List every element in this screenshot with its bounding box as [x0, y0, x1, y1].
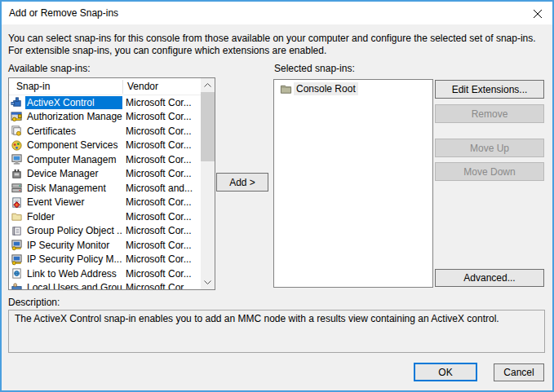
- snapin-vendor: Microsoft Cor...: [122, 268, 192, 280]
- snapin-vendor: Microsoft Cor...: [122, 111, 192, 122]
- snapin-name: Authorization Manager: [25, 110, 122, 123]
- snapin-name: ActiveX Control: [25, 96, 122, 109]
- snapin-vendor: Microsoft Cor...: [122, 211, 192, 222]
- edit-extensions-button[interactable]: Edit Extensions...: [435, 80, 544, 99]
- remove-button[interactable]: Remove: [435, 104, 544, 123]
- column-header-snapin[interactable]: Snap-in: [16, 81, 50, 92]
- scroll-down-icon[interactable]: [201, 275, 215, 289]
- ip-security-monitor-icon: [11, 239, 23, 251]
- snapin-vendor: Microsoft Cor...: [122, 97, 192, 108]
- list-item[interactable]: IP Security Policy M...Microsoft Cor...: [9, 253, 201, 267]
- selected-snapins-list: Console Root: [273, 79, 433, 288]
- scrollbar[interactable]: [201, 78, 215, 289]
- list-item[interactable]: Computer ManagemMicrosoft Cor...: [9, 152, 201, 167]
- snapin-vendor: Microsoft Cor...: [122, 240, 192, 251]
- snapin-vendor: Microsoft Cor...: [122, 126, 192, 137]
- available-snapins-label: Available snap-ins:: [8, 63, 91, 74]
- group-policy-icon: [11, 225, 23, 237]
- console-root-folder-icon: [280, 83, 292, 95]
- list-item[interactable]: Disk ManagementMicrosoft and...: [9, 181, 201, 196]
- advanced-button[interactable]: Advanced...: [435, 269, 544, 287]
- list-column-header: Snap-in Vendor: [9, 78, 201, 95]
- console-root-item[interactable]: Console Root: [274, 80, 432, 95]
- add-remove-snapins-dialog: Add or Remove Snap-ins You can select sn…: [0, 0, 554, 392]
- list-item[interactable]: Device ManagerMicrosoft Cor...: [9, 167, 201, 182]
- snapin-vendor: Microsoft Cor...: [122, 225, 192, 236]
- snapin-name: Folder: [25, 210, 122, 223]
- snapin-name: Device Manager: [25, 167, 122, 180]
- snapin-name: Computer Managem: [25, 153, 122, 166]
- description-label: Description:: [8, 297, 60, 308]
- snapin-name: Group Policy Object ...: [25, 224, 122, 237]
- dialog-title: Add or Remove Snap-ins: [9, 7, 118, 19]
- snapin-name: Component Services: [25, 139, 122, 152]
- list-item[interactable]: FolderMicrosoft Cor...: [9, 209, 201, 224]
- titlebar: Add or Remove Snap-ins: [2, 2, 552, 24]
- snapin-vendor: Microsoft and...: [122, 183, 193, 194]
- snapin-rows: ActiveX ControlMicrosoft Cor...Authoriza…: [9, 95, 201, 289]
- move-up-button[interactable]: Move Up: [435, 139, 544, 157]
- scrollbar-thumb[interactable]: [201, 92, 215, 161]
- snapin-vendor: Microsoft Cor...: [122, 139, 192, 151]
- scroll-up-icon[interactable]: [201, 78, 215, 92]
- snapin-name: Certificates: [25, 125, 122, 138]
- column-header-vendor[interactable]: Vendor: [127, 81, 158, 92]
- local-users-icon: [11, 282, 23, 289]
- list-item[interactable]: Local Users and GrouMicrosoft Cor...: [9, 281, 201, 290]
- close-icon[interactable]: [530, 7, 545, 21]
- link-web-address-icon: [11, 267, 23, 280]
- description-box: The ActiveX Control snap-in enables you …: [8, 310, 545, 353]
- move-down-button[interactable]: Move Down: [435, 162, 544, 181]
- list-item[interactable]: IP Security MonitorMicrosoft Cor...: [9, 238, 201, 253]
- ok-button[interactable]: OK: [414, 363, 477, 381]
- certificates-icon: [11, 125, 23, 137]
- list-item[interactable]: CertificatesMicrosoft Cor...: [9, 124, 201, 139]
- selected-snapins-label: Selected snap-ins:: [274, 63, 355, 74]
- column-divider[interactable]: [122, 80, 123, 94]
- component-services-icon: [11, 139, 23, 152]
- available-snapins-list: Snap-in Vendor ActiveX ControlMicrosoft …: [8, 77, 215, 290]
- cancel-button[interactable]: Cancel: [494, 363, 544, 381]
- list-item[interactable]: Event ViewerMicrosoft Cor...: [9, 196, 201, 210]
- snapin-name: Local Users and Grou: [25, 281, 122, 289]
- description-text: The ActiveX Control snap-in enables you …: [15, 313, 499, 324]
- device-manager-icon: [11, 168, 23, 180]
- snapin-name: Event Viewer: [25, 196, 122, 209]
- list-item[interactable]: Link to Web AddressMicrosoft Cor...: [9, 266, 201, 281]
- authorization-manager-icon: [11, 111, 23, 123]
- snapin-name: Disk Management: [25, 182, 122, 195]
- snapin-vendor: Microsoft Cor...: [122, 154, 192, 165]
- add-button[interactable]: Add >: [216, 173, 268, 192]
- list-item[interactable]: ActiveX ControlMicrosoft Cor...: [9, 95, 201, 110]
- snapin-vendor: Microsoft Cor...: [122, 282, 192, 289]
- snapin-name: IP Security Monitor: [25, 239, 122, 252]
- list-item[interactable]: Component ServicesMicrosoft Cor...: [9, 139, 201, 153]
- event-viewer-icon: [11, 196, 23, 209]
- snapin-vendor: Microsoft Cor...: [122, 253, 192, 265]
- console-root-label: Console Root: [294, 82, 358, 95]
- activex-icon: [11, 96, 23, 108]
- snapin-vendor: Microsoft Cor...: [122, 168, 192, 179]
- folder-icon: [11, 210, 23, 222]
- ip-security-policy-icon: [11, 253, 23, 266]
- snapin-name: Link to Web Address: [25, 267, 122, 280]
- snapin-name: IP Security Policy M...: [25, 253, 122, 266]
- computer-management-icon: [11, 153, 23, 165]
- list-item[interactable]: Authorization ManagerMicrosoft Cor...: [9, 110, 201, 125]
- snapin-vendor: Microsoft Cor...: [122, 196, 192, 208]
- disk-management-icon: [11, 182, 23, 194]
- intro-text: You can select snap-ins for this console…: [8, 33, 547, 57]
- list-item[interactable]: Group Policy Object ...Microsoft Cor...: [9, 224, 201, 239]
